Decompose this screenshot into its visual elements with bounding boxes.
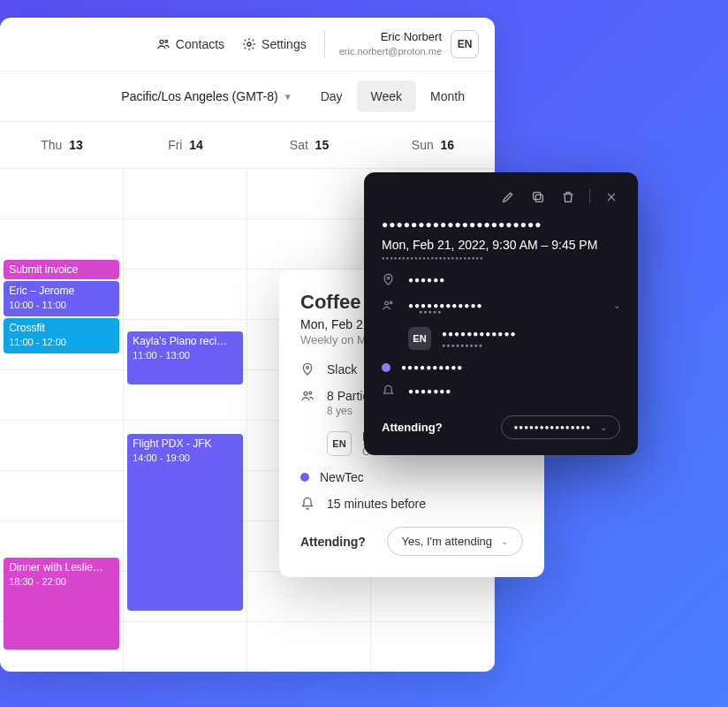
calendar-name: NewTec (320, 470, 364, 484)
reminder-hidden: ●●●●●●● (408, 386, 451, 396)
svg-point-1 (165, 40, 168, 42)
organizer-row: EN ●●●●●●●●●●●● ●●●●●●●●● (382, 327, 620, 350)
participants-row[interactable]: ●●●●●●●●●●●● ⌄ (382, 299, 620, 312)
attending-row: Attending? ●●●●●●●●●●●●●●● ⌄ (382, 415, 620, 439)
event-flight[interactable]: Flight PDX - JFK 14:00 - 19:00 (127, 434, 243, 611)
event-title: Crossfit (9, 322, 114, 336)
event-eric-jerome[interactable]: Eric – Jerome 10:00 - 11:00 (4, 281, 119, 316)
participants-icon (382, 299, 398, 312)
organizer-role-hidden: ●●●●●●●●● (442, 342, 516, 348)
attending-dropdown[interactable]: Yes, I'm attending ⌄ (387, 527, 523, 556)
day-headers: Thu 13 Fri 14 Sat 15 Sun 16 (0, 121, 495, 169)
attending-label: Attending? (300, 535, 366, 549)
bell-icon (300, 497, 316, 511)
event-crossfit[interactable]: Crossfit 11:00 - 12:00 (4, 318, 119, 354)
event-title: Submit invoice (9, 263, 114, 277)
user-name: Eric Norbert (339, 30, 442, 45)
organizer-avatar: EN (408, 327, 431, 350)
attending-dropdown[interactable]: ●●●●●●●●●●●●●●● ⌄ (501, 415, 620, 439)
separator (589, 188, 590, 204)
contacts-label: Contacts (176, 37, 224, 51)
contacts-icon (156, 37, 171, 51)
day-header: Sat 15 (247, 138, 371, 152)
day-header: Fri 14 (124, 138, 247, 152)
settings-label: Settings (262, 37, 307, 51)
calendar-row: ●●●●●●●●●● (382, 362, 620, 372)
reminder-value: 15 minutes before (327, 497, 426, 511)
svg-point-3 (307, 367, 309, 369)
contacts-link[interactable]: Contacts (156, 37, 224, 51)
event-time: 18:30 - 22:00 (9, 575, 114, 588)
day-header: Sun 16 (371, 138, 495, 152)
view-tab-month[interactable]: Month (416, 80, 479, 112)
close-button[interactable] (603, 188, 620, 206)
event-recurrence-hidden: ●●●●●●●●●●●●●●●●●●●●●●●●● (382, 255, 620, 261)
event-details-popup-dark: ●●●●●●●●●●●●●●●●●●●●●● Mon, Feb 21, 2022… (364, 172, 638, 455)
reminder-row: 15 minutes before (300, 497, 523, 511)
event-title: Eric – Jerome (9, 285, 114, 299)
settings-link[interactable]: Settings (242, 37, 307, 51)
view-tab-day[interactable]: Day (307, 80, 357, 112)
attending-value-hidden: ●●●●●●●●●●●●●●● (514, 423, 591, 431)
reminder-row: ●●●●●●● (382, 384, 620, 398)
gear-icon (242, 37, 256, 51)
calendar-color-dot (300, 473, 309, 482)
chevron-down-icon: ⌄ (501, 536, 508, 546)
user-block[interactable]: Eric Norbert eric.norbert@proton.me EN (324, 30, 479, 58)
chevron-down-icon: ▼ (284, 92, 292, 102)
event-title-hidden: ●●●●●●●●●●●●●●●●●●●●●● (382, 218, 620, 231)
organizer-name-hidden: ●●●●●●●●●●●● (442, 329, 516, 338)
organizer-avatar: EN (327, 431, 352, 456)
event-piano[interactable]: Kayla's Piano reci… 11:00 - 13:00 (127, 331, 243, 384)
event-submit-invoice[interactable]: Submit invoice (4, 260, 119, 279)
event-date: Mon, Feb 21, 2022, 9:30 AM – 9:45 PM (382, 238, 620, 252)
event-time: 14:00 - 19:00 (133, 452, 238, 464)
event-time: 10:00 - 11:00 (9, 299, 114, 311)
bell-icon (382, 384, 398, 398)
duplicate-button[interactable] (529, 188, 547, 206)
calendar-color-dot (382, 363, 391, 372)
calendar-row: NewTec (300, 470, 523, 484)
view-tab-week[interactable]: Week (357, 80, 417, 112)
timezone-label: Pacific/Los Angeles (GMT-8) (121, 89, 277, 103)
participants-hidden: ●●●●●●●●●●●● (408, 300, 482, 310)
svg-point-10 (390, 301, 392, 304)
user-email: eric.norbert@proton.me (339, 45, 442, 57)
svg-point-2 (247, 42, 251, 46)
svg-point-5 (309, 392, 312, 394)
popup-actions (382, 188, 620, 206)
svg-point-4 (304, 392, 307, 395)
event-time: 11:00 - 12:00 (9, 336, 114, 348)
svg-point-0 (160, 40, 163, 43)
delete-button[interactable] (559, 188, 577, 206)
svg-point-9 (385, 301, 389, 305)
calendar-name-hidden: ●●●●●●●●●● (401, 362, 463, 372)
location-row: ●●●●●● (382, 273, 620, 286)
svg-rect-7 (534, 193, 541, 200)
attending-value: Yes, I'm attending (402, 535, 492, 548)
event-time: 11:00 - 13:00 (133, 349, 238, 361)
attending-row: Attending? Yes, I'm attending ⌄ (300, 527, 523, 556)
participants-icon (300, 389, 316, 403)
location-icon (382, 273, 398, 286)
attending-label: Attending? (382, 421, 443, 434)
event-title: Dinner with Leslie… (9, 561, 114, 575)
chevron-down-icon: ⌄ (600, 422, 607, 432)
day-column-fri[interactable]: Kayla's Piano reci… 11:00 - 13:00 Flight… (124, 169, 247, 672)
view-tabs: Day Week Month (307, 80, 479, 112)
timezone-selector[interactable]: Pacific/Los Angeles (GMT-8) ▼ (121, 89, 292, 103)
controlbar: Pacific/Los Angeles (GMT-8) ▼ Day Week M… (0, 71, 495, 121)
chevron-down-icon: ⌄ (613, 300, 620, 310)
event-title: Kayla's Piano reci… (133, 335, 238, 349)
event-dinner[interactable]: Dinner with Leslie… 18:30 - 22:00 (4, 558, 119, 650)
location-hidden: ●●●●●● (408, 275, 445, 285)
location-icon (300, 362, 316, 376)
event-title: Flight PDX - JFK (133, 437, 238, 452)
svg-point-8 (387, 277, 390, 279)
edit-button[interactable] (499, 188, 517, 206)
day-column-thu[interactable]: Submit invoice Eric – Jerome 10:00 - 11:… (0, 169, 124, 672)
svg-rect-6 (535, 194, 542, 201)
location-value: Slack (327, 362, 357, 376)
day-header: Thu 13 (0, 138, 124, 152)
avatar: EN (451, 30, 479, 58)
